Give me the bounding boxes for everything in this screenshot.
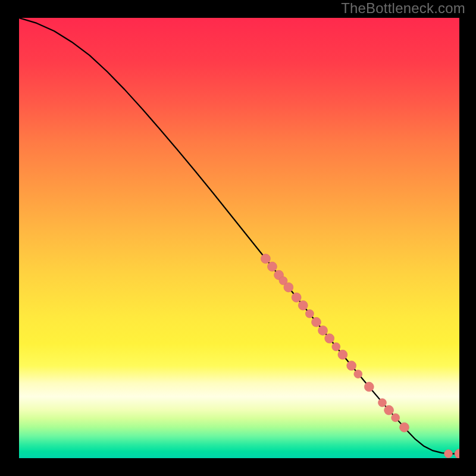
scatter-point (332, 343, 340, 351)
scatter-point (284, 283, 293, 292)
scatter-point (305, 309, 314, 318)
scatter-point (298, 300, 308, 310)
scatter-point (292, 293, 301, 302)
chart-overlay (19, 18, 459, 458)
scatter-markers (261, 254, 459, 458)
scatter-point (444, 450, 453, 458)
scatter-point (312, 317, 321, 327)
scatter-point (347, 361, 356, 371)
scatter-point (261, 254, 270, 264)
chart-frame: TheBottleneck.com (0, 0, 476, 476)
watermark-text: TheBottleneck.com (341, 0, 465, 17)
scatter-point (325, 334, 334, 343)
scatter-point (392, 414, 400, 422)
scatter-point (268, 262, 277, 271)
plot-area (19, 18, 459, 458)
scatter-point (378, 399, 387, 407)
scatter-point (400, 422, 409, 432)
scatter-point (318, 325, 328, 335)
curve-line (19, 18, 459, 454)
scatter-point (364, 382, 374, 392)
scatter-point (384, 405, 394, 415)
scatter-point (354, 370, 362, 378)
scatter-point (338, 350, 347, 359)
scatter-point (455, 449, 459, 458)
